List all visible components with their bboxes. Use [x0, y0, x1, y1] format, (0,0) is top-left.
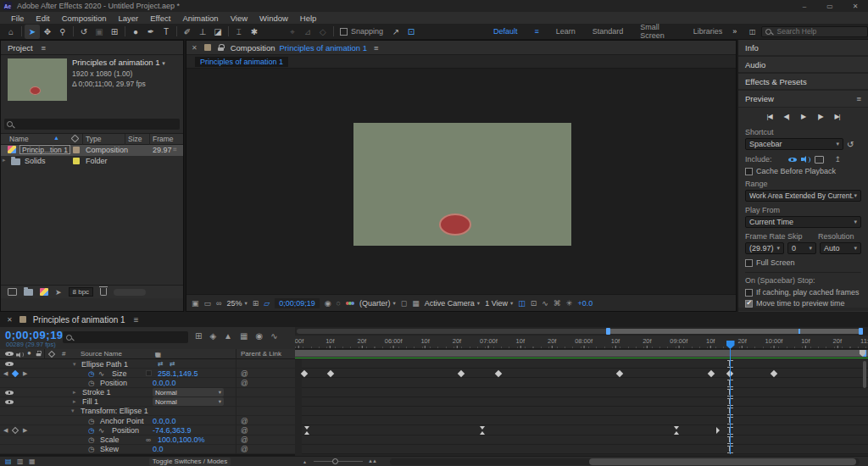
comp-panel-menu-icon[interactable]: ≡ — [374, 43, 379, 53]
row-fill[interactable]: ▸ Fill 1 Normal▾ — [0, 397, 302, 407]
comp-panel-comp-name[interactable]: Principles of animation 1 — [280, 43, 368, 53]
graph-icon[interactable]: ∿ — [98, 369, 104, 378]
zoom-slider-knob[interactable] — [332, 458, 338, 464]
property-value[interactable]: 0.0,0.0 — [153, 379, 176, 387]
expand-transfer-controls-icon[interactable]: ▥ — [17, 458, 24, 465]
shape-tool[interactable]: ● — [128, 25, 143, 39]
expander-icon[interactable]: ▸ — [73, 388, 76, 397]
parent-link-column[interactable]: Parent & Link — [241, 350, 281, 358]
property-name[interactable]: Position — [100, 379, 127, 387]
resolution-preview-select[interactable]: Auto▾ — [820, 242, 861, 254]
menu-animation[interactable]: Animation — [176, 14, 224, 23]
time-navigator-track[interactable] — [297, 329, 863, 334]
prev-keyframe-icon[interactable]: ◀ — [3, 369, 8, 378]
range-select[interactable]: Work Area Extended By Current...▾ — [745, 190, 861, 202]
project-item-solids[interactable]: ▸ Solids Folder — [1, 156, 183, 167]
project-settings-icon[interactable]: ➤ — [55, 288, 62, 297]
timeline-search-input[interactable] — [77, 333, 179, 341]
graph-icon[interactable]: ∿ — [98, 426, 104, 435]
tab-info[interactable]: Info — [738, 40, 868, 57]
workspace-menu-icon[interactable]: ≡ — [535, 27, 539, 36]
selection-tool[interactable]: ➤ — [25, 25, 40, 39]
preview-menu-icon[interactable]: ≡ — [856, 94, 861, 103]
zoom-tool[interactable]: ⚲ — [55, 25, 70, 39]
property-name[interactable]: Skew — [100, 445, 119, 453]
zoom-ratio-select[interactable]: 25%▾ — [226, 299, 247, 308]
include-audio-icon[interactable] — [801, 156, 810, 164]
keyframe-eased[interactable] — [480, 426, 486, 435]
timeline-close-icon[interactable]: ✕ — [7, 316, 13, 324]
type-tool[interactable]: T — [159, 25, 174, 39]
shortcut-select[interactable]: Spacebar▾ — [745, 138, 843, 150]
hand-tool[interactable]: ✥ — [40, 25, 55, 39]
keyframe-diamond[interactable] — [327, 370, 334, 377]
pan-behind-tool[interactable]: ⊞ — [107, 25, 122, 39]
zoom-quality-icon[interactable]: ↗ — [388, 25, 403, 39]
current-time-display[interactable]: 0;00;09;19 — [275, 298, 320, 308]
next-keyframe-icon[interactable]: ▶ — [23, 369, 27, 378]
keyframe-half-diamond[interactable] — [716, 427, 720, 434]
menu-view[interactable]: View — [225, 14, 253, 23]
help-search[interactable] — [761, 26, 868, 37]
col-size[interactable]: Size — [128, 135, 142, 143]
timeline-vertical-scrollbar[interactable] — [863, 361, 866, 388]
timeline-graph-area[interactable]: :00f10f20f06:00f10f20f07:00f10f20f08:00f… — [295, 327, 868, 456]
label-swatch[interactable] — [73, 158, 80, 164]
tab-audio[interactable]: Audio — [738, 57, 868, 74]
row-skew[interactable]: ◷ Skew 0.0 @ — [0, 445, 302, 454]
sort-up-icon[interactable]: ▲ — [53, 135, 59, 141]
share-view-icon[interactable]: ∞ — [216, 299, 221, 308]
workspace-small-screen[interactable]: Small Screen — [640, 23, 676, 40]
keyframe-lanes[interactable] — [302, 359, 868, 454]
rotation-tool[interactable]: ↺ — [76, 25, 92, 39]
keyframe-toggle-icon[interactable] — [12, 369, 19, 376]
timeline-h-scrollbar-thumb[interactable] — [589, 458, 856, 465]
keyframe-diamond[interactable] — [301, 370, 308, 377]
puppet-pin-tool[interactable]: ✱ — [247, 25, 262, 39]
snapshot-icon[interactable]: ◉ — [325, 299, 331, 308]
interpret-footage-icon[interactable] — [8, 288, 17, 296]
view-layout-select[interactable]: 1 View▾ — [485, 299, 513, 308]
menu-composition[interactable]: Composition — [56, 14, 113, 23]
keyframe-diamond[interactable] — [708, 370, 715, 377]
resolution-select[interactable]: (Quarter)▾ — [359, 299, 396, 308]
expander-icon[interactable]: ▸ — [73, 397, 76, 406]
workspace-overflow-button[interactable]: » — [732, 27, 737, 36]
keyframe-diamond[interactable] — [495, 370, 502, 377]
row-transform[interactable]: ▾ Transform: Ellipse 1 — [0, 407, 302, 416]
property-value[interactable]: 258.1,149.5 — [158, 369, 198, 378]
keyframe-diamond[interactable] — [771, 370, 777, 377]
row-transform-position[interactable]: ◀ ▶ ◷ ∿ Position -74.6,363.9 @ — [0, 425, 302, 435]
ellipse-shape[interactable] — [439, 214, 471, 236]
project-item-composition[interactable]: Princip...tion 1 Composition 29.97 ⌗ — [1, 145, 183, 156]
reset-exposure-icon[interactable]: ✳ — [566, 299, 573, 308]
stopwatch-icon[interactable]: ◷ — [88, 417, 94, 425]
pick-whip-icon[interactable]: @ — [241, 369, 248, 378]
navigator-start-handle[interactable] — [606, 328, 610, 335]
row-anchor-point[interactable]: ◷ Anchor Point 0.0,0.0 @ — [0, 416, 302, 425]
timeline-search[interactable] — [63, 331, 188, 343]
stopwatch-icon[interactable]: ◷ — [88, 435, 94, 444]
path-direction-icon[interactable]: ⇄ — [170, 360, 175, 369]
property-group-name[interactable]: Stroke 1 — [82, 388, 111, 397]
mini-flowchart-icon[interactable]: ⊞ — [195, 331, 202, 341]
timeline-button-icon[interactable]: ∿ — [542, 299, 548, 308]
eraser-tool[interactable]: ◪ — [210, 25, 225, 39]
row-size[interactable]: ◀ ▶ ◷ ∿ Size 258.1,149.5 @ — [0, 369, 302, 378]
keyframe-diamond[interactable] — [616, 370, 623, 377]
project-panel-menu-icon[interactable]: ≡ — [42, 43, 47, 53]
motion-blur-icon[interactable]: ◉ — [255, 331, 263, 341]
keyframe-eased[interactable] — [674, 426, 680, 435]
label-swatch[interactable] — [73, 147, 80, 153]
project-search-input[interactable] — [17, 120, 161, 129]
play-button[interactable]: ▶ — [796, 113, 810, 123]
graph-editor-icon[interactable]: ∿ — [270, 331, 277, 341]
include-video-icon[interactable] — [788, 157, 797, 163]
blend-mode-select[interactable]: Normal▾ — [153, 397, 224, 406]
viewer-lock-icon[interactable]: ▣ — [192, 299, 199, 308]
workspace-default[interactable]: Default — [493, 27, 518, 36]
pen-tool[interactable]: ✒ — [143, 25, 159, 39]
project-comp-name[interactable]: Principles of animation 1 — [72, 58, 160, 67]
source-name-column[interactable]: Source Name — [81, 350, 122, 358]
comp-flowchart-icon[interactable]: ⌘ — [554, 299, 561, 308]
